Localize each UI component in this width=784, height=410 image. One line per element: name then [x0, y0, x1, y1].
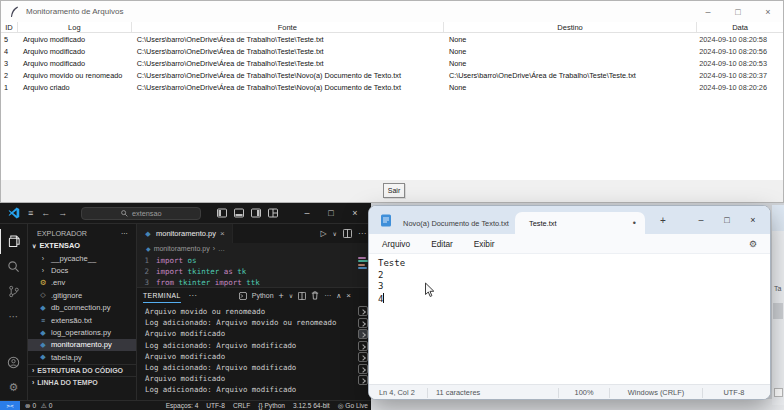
settings-gear-icon[interactable]: ⚙	[749, 239, 757, 249]
search-icon[interactable]	[0, 254, 28, 279]
editor-tab-monitoramento[interactable]: ◆ monitoramento.py ×	[137, 224, 233, 243]
command-search-box[interactable]: extensao	[81, 207, 201, 220]
tree-item-monitoramento[interactable]: ◆monitoramento.py	[28, 339, 136, 351]
minimize-button[interactable]: –	[693, 1, 723, 22]
minimize-button[interactable]: –	[295, 208, 319, 218]
close-button[interactable]: ×	[753, 1, 783, 22]
status-golive[interactable]: ◎ Go Live	[338, 402, 368, 410]
toggle-sidebar-icon[interactable]	[217, 208, 227, 218]
terminal-dropdown-icon[interactable]: ∨	[289, 292, 293, 299]
tab-teste-active[interactable]: Teste.txt •	[515, 212, 645, 234]
status-indentation[interactable]: Espaços: 4	[166, 402, 199, 410]
terminal-instance-selected[interactable]	[358, 329, 368, 339]
explorer-icon[interactable]	[0, 229, 28, 254]
new-tab-button[interactable]: +	[655, 213, 671, 229]
status-language[interactable]: {} Python	[258, 402, 285, 410]
problems-errors[interactable]: ⊗ 0	[25, 402, 36, 410]
cell-log: Arquivo modificado	[18, 35, 132, 44]
terminal-instance[interactable]	[358, 306, 368, 316]
shell-label[interactable]: Python	[252, 292, 274, 299]
status-encoding[interactable]: UTF-8	[206, 402, 225, 410]
cell-id: 3	[1, 59, 18, 68]
status-python-version[interactable]: 3.12.5 64-bit	[293, 402, 330, 410]
more-actions-icon[interactable]: ⋯	[358, 229, 366, 238]
status-zoom-level[interactable]: 100%	[559, 388, 609, 397]
problems-warnings[interactable]: ⚠ 0	[41, 402, 52, 410]
run-button-icon[interactable]: ▷	[320, 229, 326, 238]
menu-exibir[interactable]: Exibir	[474, 239, 495, 249]
terminal-instance[interactable]	[358, 318, 368, 328]
terminal-tab[interactable]: TERMINAL	[143, 288, 181, 303]
close-button[interactable]: ×	[740, 215, 766, 225]
tree-item-env[interactable]: ⚙.env	[28, 277, 136, 289]
split-editor-icon[interactable]	[251, 208, 261, 218]
nav-forward-icon[interactable]: →	[58, 208, 67, 218]
source-control-icon[interactable]	[0, 279, 28, 304]
remote-indicator[interactable]: ><	[0, 401, 20, 410]
toggle-panel-icon[interactable]	[234, 208, 244, 218]
status-encoding[interactable]: UTF-8	[703, 388, 765, 397]
maximize-button[interactable]: □	[723, 1, 753, 22]
tree-item-tabela[interactable]: ◆tabela.py	[28, 351, 136, 363]
table-row[interactable]: 4 Arquivo modificado C:\Users\barro\OneD…	[1, 45, 783, 57]
tree-item-log-operations[interactable]: ◆log_operations.py	[28, 326, 136, 338]
customize-layout-icon[interactable]	[268, 208, 278, 218]
menu-icon[interactable]: ≡	[28, 208, 33, 218]
terminal-instance[interactable]	[358, 364, 368, 374]
more-views-icon[interactable]: ⋯	[0, 304, 28, 329]
terminal-more-icon[interactable]: ⋯	[189, 291, 197, 300]
section-outline[interactable]: ›ESTRUTURA DO CÓDIGO	[28, 364, 136, 377]
column-header-id[interactable]: ID	[1, 22, 18, 32]
settings-gear-icon[interactable]: ⚙	[0, 375, 28, 400]
terminal-more-actions-icon[interactable]: ⋯	[324, 292, 331, 300]
root-folder[interactable]: ∨ EXTENSAO	[28, 239, 136, 252]
terminal-instance[interactable]	[358, 341, 368, 351]
close-panel-icon[interactable]: ×	[346, 291, 351, 300]
column-header-destino[interactable]: Destino	[444, 22, 697, 32]
text-line: 2	[378, 270, 761, 282]
column-header-log[interactable]: Log	[18, 22, 132, 32]
nav-back-icon[interactable]: ←	[41, 208, 50, 218]
terminal-instance[interactable]	[358, 375, 368, 385]
explorer-more-icon[interactable]: ⋯	[121, 229, 128, 238]
table-row[interactable]: 2 Arquivo movido ou renomeado C:\Users\b…	[1, 69, 783, 81]
menu-editar[interactable]: Editar	[431, 239, 453, 249]
table-row[interactable]: 3 Arquivo modificado C:\Users\barro\OneD…	[1, 57, 783, 69]
status-line-ending[interactable]: Windows (CRLF)	[610, 388, 702, 397]
column-header-data[interactable]: Data	[697, 22, 783, 32]
cell-fonte: C:\Users\barro\OneDrive\Área de Trabalho…	[132, 35, 444, 44]
run-dropdown-icon[interactable]: ∨	[333, 230, 337, 237]
notepad-text-area[interactable]: Teste 2 3 4	[369, 254, 770, 384]
activity-bar: ⋯ ⚙	[0, 224, 28, 400]
section-timeline[interactable]: ›LINHA DO TEMPO	[28, 376, 136, 389]
minimize-button[interactable]: –	[688, 215, 714, 225]
status-eol[interactable]: CRLF	[233, 402, 250, 410]
tree-item-gitignore[interactable]: ◇.gitignore	[28, 289, 136, 301]
account-icon[interactable]	[0, 350, 28, 375]
kill-terminal-trash-icon[interactable]	[311, 291, 319, 300]
new-terminal-icon[interactable]: +	[279, 291, 284, 301]
tab-close-icon[interactable]: ×	[220, 229, 225, 238]
maximize-button[interactable]: □	[714, 215, 740, 225]
split-editor-icon[interactable]	[343, 229, 352, 238]
tree-item-pycache[interactable]: ›__pycache__	[28, 252, 136, 264]
tree-item-docs[interactable]: ›Docs	[28, 264, 136, 276]
tree-item-extensao-txt[interactable]: ≡extensão.txt	[28, 314, 136, 326]
maximize-button[interactable]: □	[319, 208, 343, 218]
cell-fonte: C:\Users\barro\OneDrive\Área de Trabalho…	[132, 47, 444, 56]
breadcrumb[interactable]: ◆ monitoramento.py › …	[137, 243, 371, 254]
table-row[interactable]: 1 Arquivo criado C:\Users\barro\OneDrive…	[1, 81, 783, 93]
tree-item-db-connection[interactable]: ◆db_connection.py	[28, 302, 136, 314]
maximize-panel-icon[interactable]: ∧	[336, 292, 341, 300]
close-button[interactable]: ×	[343, 208, 367, 218]
tab-novo-documento[interactable]: Novo(a) Documento de Texto.txt	[397, 213, 515, 234]
table-row[interactable]: 5 Arquivo modificado C:\Users\barro\OneD…	[1, 33, 783, 45]
vscode-window: ≡ ← → extensao – □ ×	[0, 203, 371, 410]
split-terminal-icon[interactable]	[298, 292, 306, 300]
terminal-instance[interactable]	[358, 352, 368, 362]
exit-button[interactable]: Sair	[383, 183, 405, 198]
menu-arquivo[interactable]: Arquivo	[382, 239, 410, 249]
code-editor[interactable]: 1import os 2import tkinter as tk 3from t…	[137, 254, 371, 287]
terminal-output[interactable]: Arquivo movido ou renomeado Log adiciona…	[137, 303, 371, 396]
column-header-fonte[interactable]: Fonte	[132, 22, 444, 32]
